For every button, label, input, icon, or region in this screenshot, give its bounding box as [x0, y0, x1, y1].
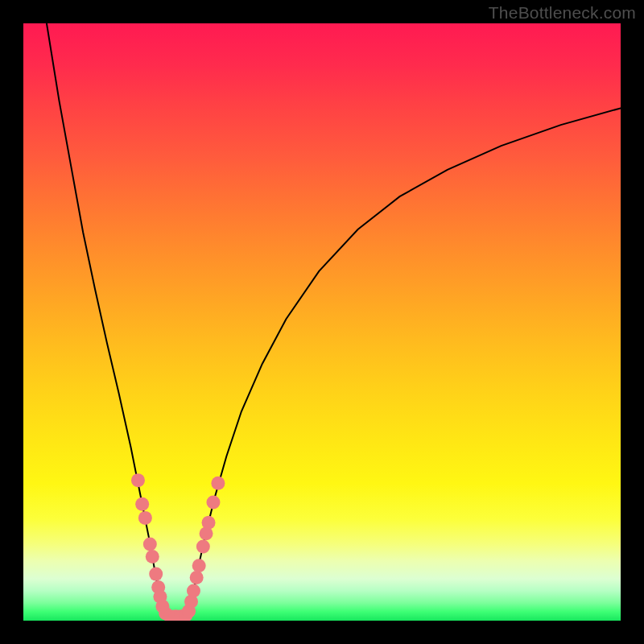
- plot-area: [23, 23, 621, 621]
- marker-point: [135, 497, 149, 511]
- marker-point: [196, 539, 210, 553]
- marker-point: [146, 550, 159, 564]
- marker-point: [202, 516, 216, 530]
- marker-point: [206, 496, 220, 510]
- marker-point: [187, 584, 200, 597]
- marker-point: [138, 511, 152, 525]
- marker-point: [211, 477, 225, 490]
- marker-point: [192, 559, 206, 572]
- marker-point: [149, 568, 163, 581]
- marker-group: [131, 473, 225, 621]
- watermark-text: TheBottleneck.com: [489, 3, 636, 23]
- marker-point: [190, 571, 204, 584]
- chart-frame: TheBottleneck.com: [0, 0, 644, 644]
- markers-layer: [23, 23, 621, 621]
- marker-point: [143, 538, 157, 551]
- marker-point: [131, 473, 145, 487]
